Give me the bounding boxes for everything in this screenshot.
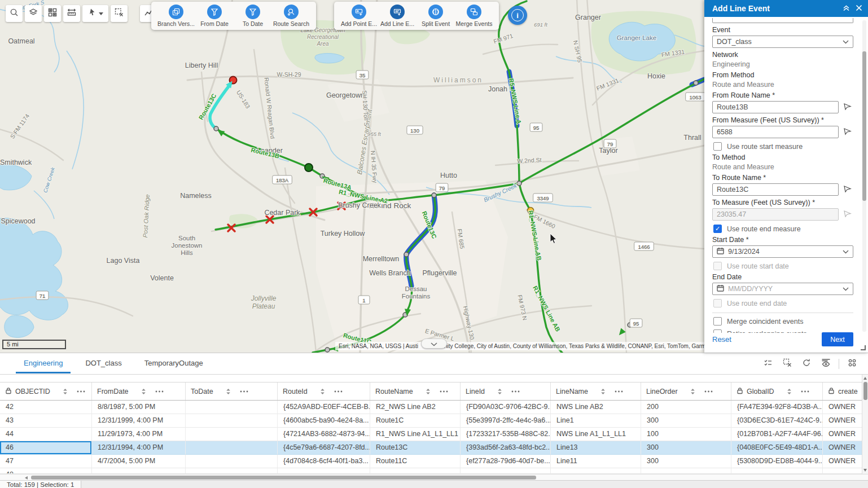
map-label: Taylor [599, 147, 617, 155]
cell: 42 [0, 401, 92, 414]
clear-table-selection-button[interactable] [779, 357, 795, 371]
column-menu-icon[interactable] [440, 390, 448, 393]
basemap-button[interactable] [44, 5, 61, 22]
pick-to-route-on-map-button[interactable] [843, 184, 852, 196]
table-row[interactable]: 48 [0, 468, 868, 474]
to-date-button[interactable]: To Date [234, 5, 272, 27]
merge-events-button[interactable]: Merge Events [455, 5, 493, 27]
column-header-OBJECTID[interactable]: OBJECTID [0, 383, 92, 400]
use-route-start-measure-row[interactable]: Use route start measure [713, 142, 852, 151]
show-selection-button[interactable] [760, 357, 776, 371]
column-menu-icon[interactable] [334, 390, 343, 393]
checkbox-checked[interactable]: ✓ [713, 225, 722, 233]
column-menu-icon[interactable] [511, 390, 520, 393]
sort-icon[interactable] [600, 388, 606, 395]
panel-title: Add Line Event [712, 4, 837, 13]
collapse-table-button[interactable] [421, 338, 447, 349]
sort-icon[interactable] [690, 388, 695, 395]
sort-icon[interactable] [787, 388, 792, 395]
chevron-down-icon[interactable] [99, 12, 103, 15]
route-vertex-dot[interactable] [694, 81, 698, 85]
column-header-LineName[interactable]: LineName [551, 383, 641, 400]
column-menu-icon[interactable] [615, 390, 623, 393]
map-label: 691 ft [534, 21, 547, 28]
route-vertex-dot[interactable] [404, 252, 409, 257]
column-header-FromDate[interactable]: FromDate [92, 383, 186, 400]
cell: 47 [0, 455, 92, 468]
panel-scrollbar[interactable] [862, 20, 866, 332]
route-vertex-dot[interactable] [325, 348, 330, 352]
tab-engineering[interactable]: Engineering [16, 354, 71, 373]
visibility-button[interactable] [818, 357, 834, 371]
column-header-LineId[interactable]: LineId [461, 383, 551, 400]
add-point-event-button[interactable]: Add Point E... [340, 5, 378, 27]
table-row[interactable]: 428/8/1987, 5:00 PM{452A9ABD-E0EF-4CEB-B… [0, 401, 868, 414]
table-row[interactable]: 4411/29/1973, 4:00 PM{47214AB3-6882-4873… [0, 428, 868, 441]
cell: 48 [0, 468, 92, 474]
sort-icon[interactable] [141, 388, 146, 395]
table-row[interactable]: 474/7/2004, 5:00 PM{4d7084c8-6cf4-40f1-b… [0, 455, 868, 468]
column-menu-icon[interactable] [240, 390, 248, 393]
map-label: FM 973 N [516, 294, 528, 321]
column-menu-icon[interactable] [704, 390, 713, 393]
cell: {55e3997d-2ffc-4e4c-9a6... [461, 414, 551, 428]
end-date-picker[interactable]: MM/DD/YYYY [712, 283, 853, 295]
layers-button[interactable] [25, 5, 42, 22]
table-horizontal-scrollbar[interactable] [0, 474, 868, 480]
refresh-button[interactable] [799, 357, 814, 371]
from-date-button[interactable]: From Date [195, 5, 234, 27]
next-button[interactable]: Next [822, 332, 853, 346]
column-menu-icon[interactable] [155, 390, 164, 393]
column-header-RouteId[interactable]: RouteId [278, 383, 370, 400]
to-route-input[interactable] [712, 183, 839, 196]
tab-dot-class[interactable]: DOT_class [77, 354, 129, 373]
refresh-icon [802, 358, 811, 370]
grid-dots-icon [848, 358, 857, 370]
column-header-create[interactable]: create [823, 383, 868, 400]
column-header-RouteName[interactable]: RouteName [370, 383, 461, 400]
checkbox[interactable] [713, 142, 722, 151]
from-measure-input[interactable] [712, 126, 839, 138]
table-row[interactable]: 4312/31/1999, 4:00 PM{4600abc5-ba90-4e24… [0, 414, 868, 428]
info-button[interactable]: i [508, 6, 527, 25]
sort-icon[interactable] [497, 388, 502, 395]
map-canvas[interactable]: 951303579793349146610639571183A1 Oatmeal… [0, 0, 704, 353]
sort-icon[interactable] [63, 388, 68, 395]
merge-coincident-row[interactable]: Merge coincident events [713, 317, 852, 326]
checkbox[interactable] [713, 317, 722, 326]
use-route-end-measure-row[interactable]: ✓Use route end measure [713, 225, 852, 233]
select-tool-button[interactable] [82, 5, 108, 22]
tab-temporary-outage[interactable]: TemporaryOutage [137, 354, 211, 373]
add-line-event-button[interactable]: Add Line E... [378, 5, 417, 27]
panel-resize-handle[interactable] [861, 345, 866, 350]
sort-icon[interactable] [426, 388, 431, 395]
from-route-input[interactable] [712, 101, 839, 113]
pick-from-measure-on-map-button[interactable] [843, 126, 852, 138]
event-select[interactable]: DOT_class [712, 36, 853, 48]
measure-button[interactable] [63, 5, 80, 22]
branch-versions-button[interactable]: Branch Vers... [157, 5, 195, 27]
column-header-LineOrder[interactable]: LineOrder [641, 383, 731, 400]
pick-from-route-on-map-button[interactable] [843, 102, 852, 113]
column-menu-icon[interactable] [77, 390, 85, 393]
search-button[interactable] [6, 5, 23, 22]
column-menu-icon[interactable] [801, 390, 809, 393]
table-vertical-scrollbar[interactable] [862, 375, 868, 474]
close-panel-button[interactable] [850, 3, 862, 14]
split-event-button[interactable]: Split Event [417, 5, 455, 27]
column-header-GlobalID[interactable]: GlobalID [731, 383, 823, 400]
route-search-button[interactable]: Route Search [272, 5, 310, 27]
table-row[interactable]: 4612/31/1994, 4:00 PM{4c5e79a6-6687-4207… [0, 441, 868, 455]
route-vertex-dot[interactable] [517, 181, 521, 186]
collapse-panel-button[interactable] [837, 3, 850, 14]
table-options-button[interactable] [844, 357, 860, 371]
sort-icon[interactable] [226, 388, 231, 395]
clear-selection-button[interactable] [111, 5, 128, 22]
map-basemap: 951303579793349146610639571183A1 Oatmeal… [0, 0, 704, 353]
sort-icon[interactable] [320, 388, 325, 395]
route-vertex-dot[interactable] [432, 193, 436, 197]
green-point-marker[interactable] [305, 164, 313, 172]
start-date-picker[interactable]: 9/13/2024 [712, 245, 853, 258]
reset-link[interactable]: Reset [712, 335, 731, 344]
column-header-ToDate[interactable]: ToDate [186, 383, 278, 400]
